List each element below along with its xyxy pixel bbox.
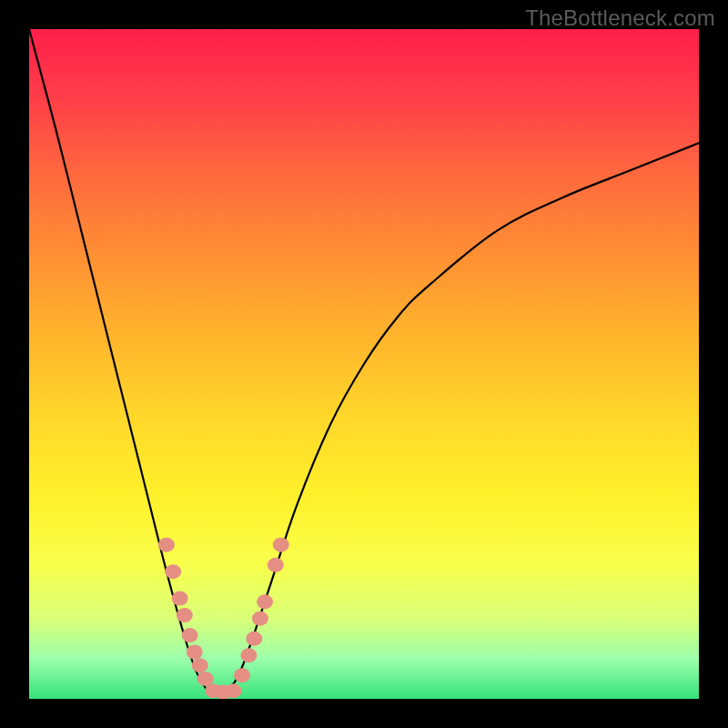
marker-point [158,538,175,552]
marker-point [226,683,242,698]
marker-point [172,592,188,606]
marker-point [252,612,268,626]
marker-point [234,668,250,682]
marker-point [177,608,193,622]
marker-point [240,648,257,662]
watermark-text: TheBottleneck.com [525,5,715,31]
marker-point [268,558,284,572]
marker-point [192,658,208,672]
marker-point [197,672,214,686]
marker-point [246,632,262,646]
marker-point [273,538,289,552]
chart-frame: TheBottleneck.com [0,0,728,728]
marker-point [257,594,273,609]
curve-layer [29,29,699,699]
highlight-markers [158,538,289,699]
plot-area [29,29,699,699]
marker-point [182,628,198,642]
marker-point [187,645,203,660]
bottleneck-curve [29,29,699,694]
marker-point [165,564,181,579]
